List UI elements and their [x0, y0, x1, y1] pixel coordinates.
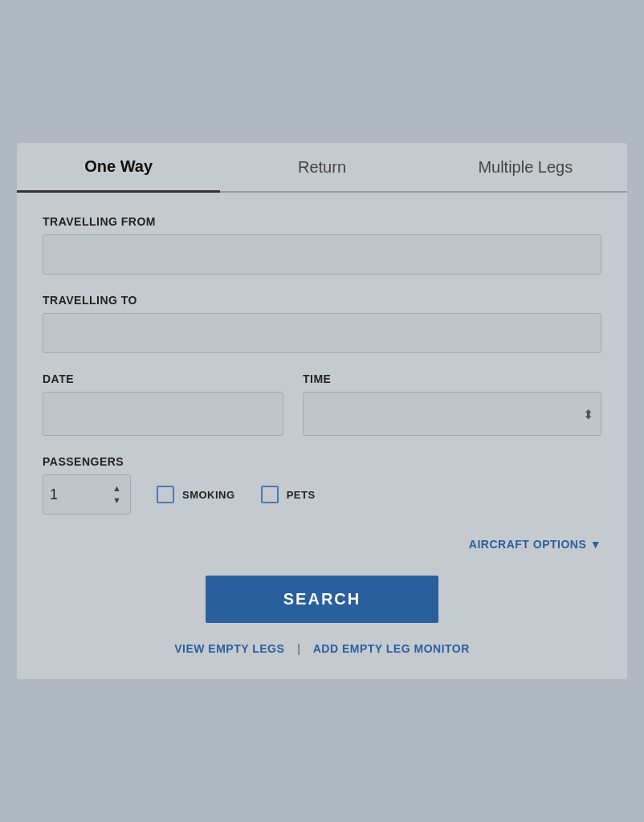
date-time-row: DATE TIME 00:00 01:00 06:00 08:00 09:00 …	[43, 372, 601, 436]
time-select-wrapper: 00:00 01:00 06:00 08:00 09:00 10:00 12:0…	[303, 392, 601, 436]
tab-multiple-legs[interactable]: Multiple Legs	[424, 143, 627, 191]
form-body: TRAVELLING FROM TRAVELLING TO DATE TIME …	[17, 215, 627, 655]
time-group: TIME 00:00 01:00 06:00 08:00 09:00 10:00…	[303, 372, 601, 436]
passengers-spinner: 1 ▲ ▼	[43, 474, 131, 515]
date-label: DATE	[43, 372, 283, 385]
travelling-from-input[interactable]	[43, 234, 601, 275]
pets-checkbox[interactable]	[261, 486, 279, 503]
passengers-value: 1	[50, 486, 58, 503]
passengers-group: PASSENGERS 1 ▲ ▼ SMOKING	[43, 455, 601, 515]
travelling-to-label: TRAVELLING TO	[43, 294, 601, 307]
date-group: DATE	[43, 372, 283, 436]
passengers-increment-button[interactable]: ▲	[110, 483, 124, 494]
travelling-to-group: TRAVELLING TO	[43, 294, 601, 353]
travelling-to-input[interactable]	[43, 313, 601, 353]
tab-return[interactable]: Return	[220, 143, 423, 191]
time-label: TIME	[303, 372, 601, 385]
search-button-wrapper: SEARCH	[43, 576, 601, 623]
aircraft-options-section: AIRCRAFT OPTIONS ▼	[43, 537, 601, 551]
time-select[interactable]: 00:00 01:00 06:00 08:00 09:00 10:00 12:0…	[303, 392, 601, 436]
add-empty-leg-monitor-button[interactable]: ADD EMPTY LEG MONITOR	[313, 642, 470, 655]
smoking-label: SMOKING	[182, 489, 235, 501]
footer-links: VIEW EMPTY LEGS | ADD EMPTY LEG MONITOR	[43, 642, 601, 655]
tab-one-way[interactable]: One Way	[17, 143, 220, 193]
smoking-checkbox-group[interactable]: SMOKING	[157, 486, 235, 503]
passengers-label: PASSENGERS	[43, 455, 601, 468]
footer-separator: |	[297, 642, 300, 655]
aircraft-options-button[interactable]: AIRCRAFT OPTIONS ▼	[469, 538, 601, 551]
view-empty-legs-button[interactable]: VIEW EMPTY LEGS	[174, 642, 284, 655]
travelling-from-label: TRAVELLING FROM	[43, 215, 601, 228]
passengers-decrement-button[interactable]: ▼	[110, 495, 124, 506]
search-button[interactable]: SEARCH	[206, 576, 438, 623]
travelling-from-group: TRAVELLING FROM	[43, 215, 601, 275]
passengers-row: 1 ▲ ▼ SMOKING PETS	[43, 474, 601, 515]
smoking-checkbox[interactable]	[157, 486, 174, 503]
date-input[interactable]	[43, 392, 283, 436]
booking-form: One Way Return Multiple Legs TRAVELLING …	[17, 143, 627, 679]
tab-bar: One Way Return Multiple Legs	[17, 143, 627, 193]
pets-label: PETS	[287, 489, 316, 501]
spinner-arrows: ▲ ▼	[110, 483, 124, 506]
pets-checkbox-group[interactable]: PETS	[261, 486, 316, 503]
